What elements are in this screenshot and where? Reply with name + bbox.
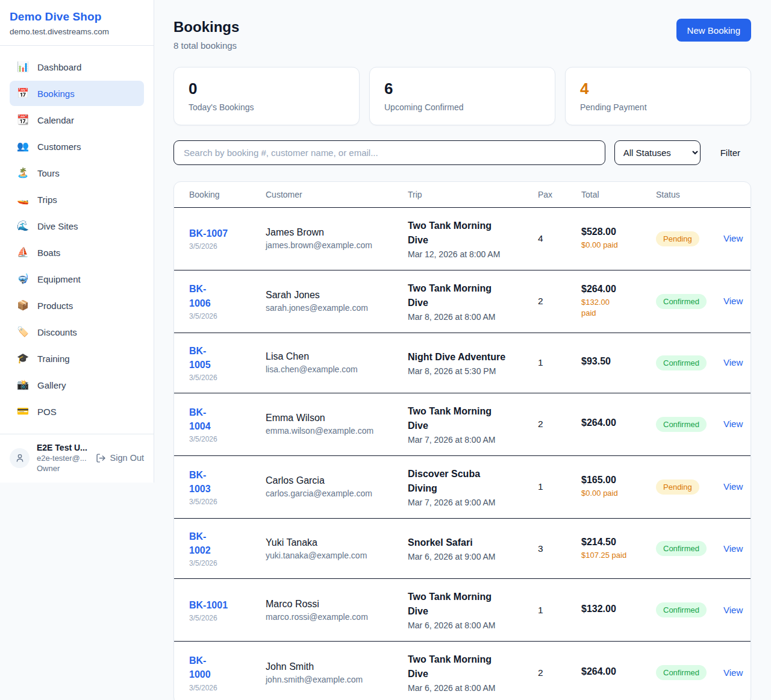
booking-id-link[interactable]: BK- 1002 [189,530,246,557]
booking-date: 3/5/2026 [189,242,246,251]
view-link[interactable]: View [723,357,743,367]
stat-card: 6 Upcoming Confirmed [369,67,555,125]
paid-amount: $132.00 paid [581,297,637,319]
main-content: Bookings 8 total bookings New Booking 0 … [154,0,771,700]
view-link[interactable]: View [723,605,743,615]
trip-name: Two Tank Morning Dive [408,404,507,433]
sidebar-item-icon: 🏝️ [17,168,29,178]
sidebar-item[interactable]: 🏝️ Tours [10,160,144,186]
status-badge: Confirmed [656,541,707,556]
view-link[interactable]: View [723,543,743,554]
user-role: Owner [37,464,87,473]
view-link[interactable]: View [723,296,743,306]
trip-datetime: Mar 7, 2026 at 8:00 AM [408,435,519,445]
sidebar-item[interactable]: 📅 Bookings [10,81,144,106]
page-subtitle: 8 total bookings [173,40,239,51]
booking-id-link[interactable]: BK- 1004 [189,405,246,433]
sidebar-item[interactable]: 📆 Calendar [10,107,144,133]
sign-out-button[interactable]: Sign Out [96,453,144,463]
status-badge: Confirmed [656,665,707,680]
sign-out-label: Sign Out [110,453,144,463]
booking-id-link[interactable]: BK- 1005 [189,344,246,372]
sidebar-item-icon: 📸 [17,380,29,390]
sidebar-item[interactable]: 🚤 Trips [10,187,144,212]
filter-row: All Statuses Filter [173,140,751,165]
pax-count: 1 [538,357,543,367]
logout-icon [96,453,106,463]
total-amount: $264.00 [581,417,637,428]
filter-button[interactable]: Filter [710,148,751,158]
trip-name: Two Tank Morning Dive [408,281,507,310]
sidebar-item[interactable]: 🌊 Dive Sites [10,213,144,239]
booking-date: 3/5/2026 [189,614,246,622]
status-badge: Confirmed [656,355,707,370]
stat-label: Pending Payment [580,102,736,112]
paid-amount: $107.25 paid [581,550,637,561]
stat-label: Today's Bookings [189,102,345,112]
sidebar-item[interactable]: 📦 Products [10,293,144,318]
customer-email: john.smith@example.com [266,675,389,684]
sidebar-item[interactable]: 🎓 Training [10,346,144,371]
trip-datetime: Mar 12, 2026 at 8:00 AM [408,249,519,259]
view-link[interactable]: View [723,233,743,243]
user-email: e2e-tester@... [37,454,87,463]
view-link[interactable]: View [723,667,743,678]
sidebar-item[interactable]: 📊 Dashboard [10,54,144,80]
pax-count: 2 [538,667,543,678]
sidebar-item-icon: 📅 [17,89,29,98]
sidebar-item-label: Products [37,301,73,311]
booking-id-link[interactable]: BK- 1003 [189,468,246,496]
avatar [10,448,30,468]
sidebar-item-icon: ⛵ [17,248,29,257]
sidebar-item-icon: 📦 [17,301,29,310]
pax-count: 4 [538,233,543,243]
user-block: E2E Test U... e2e-tester@... Owner Sign … [0,434,154,483]
stat-label: Upcoming Confirmed [384,102,540,112]
sidebar-item[interactable]: 💳 POS [10,399,144,424]
booking-date: 3/5/2026 [189,498,246,506]
sidebar-item[interactable]: 🏷️ Discounts [10,319,144,345]
customer-name: John Smith [266,661,389,672]
booking-id-link[interactable]: BK-1001 [189,598,246,612]
person-icon [15,453,25,463]
booking-id-link[interactable]: BK- 1006 [189,282,246,310]
sidebar-item-label: Bookings [37,89,75,99]
sidebar-item-label: Equipment [37,274,81,284]
sidebar-item[interactable]: 👥 Customers [10,134,144,159]
pax-count: 1 [538,605,543,615]
sidebar-item-label: Calendar [37,115,74,125]
search-input[interactable] [173,140,605,165]
sidebar-item[interactable]: 📸 Gallery [10,372,144,398]
sidebar-item-icon: 🎓 [17,354,29,363]
sidebar-item-label: Customers [37,142,81,152]
table-row: BK- 1002 3/5/2026 Yuki Tanaka yuki.tanak… [174,518,751,578]
view-link[interactable]: View [723,481,743,492]
total-amount: $132.00 [581,604,637,614]
booking-date: 3/5/2026 [189,559,246,567]
booking-id-link[interactable]: BK- 1000 [189,654,246,681]
pax-count: 2 [538,296,543,306]
table-row: BK- 1003 3/5/2026 Carlos Garcia carlos.g… [174,455,751,518]
status-select[interactable]: All Statuses [614,140,701,165]
customer-name: Carlos Garcia [266,475,389,486]
page-header-text: Bookings 8 total bookings [173,19,239,51]
booking-id-link[interactable]: BK-1007 [189,227,246,240]
new-booking-button[interactable]: New Booking [676,19,751,42]
stat-value: 0 [189,80,345,98]
stat-value: 6 [384,80,540,98]
sidebar-item-icon: 🏷️ [17,327,29,337]
brand-title[interactable]: Demo Dive Shop [10,10,144,23]
trip-name: Two Tank Morning Dive [408,219,507,248]
view-link[interactable]: View [723,419,743,429]
col-header-customer: Customer [256,182,398,208]
sidebar-item-icon: 🤿 [17,274,29,284]
sidebar-item[interactable]: ⛵ Boats [10,240,144,265]
sidebar-nav: 📊 Dashboard 📅 Bookings 📆 Calendar 👥 Cust… [0,46,154,430]
total-amount: $528.00 [581,227,637,237]
paid-amount: $0.00 paid [581,488,637,499]
table-row: BK-1007 3/5/2026 James Brown james.brown… [174,207,751,270]
booking-date: 3/5/2026 [189,435,246,443]
sidebar-item[interactable]: 🤿 Equipment [10,266,144,292]
trip-name: Night Dive Adventure [408,350,507,364]
sidebar-item-icon: 📆 [17,115,29,125]
